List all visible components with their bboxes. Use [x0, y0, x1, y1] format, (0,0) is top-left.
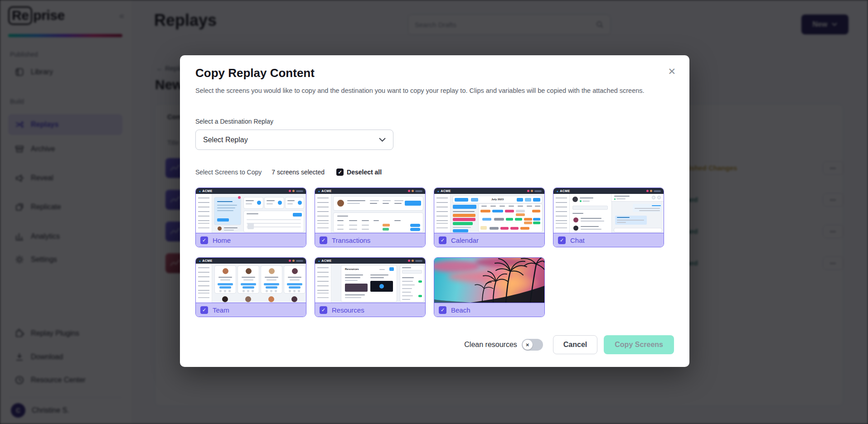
screens-label: Select Screens to Copy [195, 169, 262, 176]
deselect-all-label: Deselect all [347, 169, 382, 176]
screen-footer: ✓ Calendar [434, 233, 544, 247]
screen-card-calendar[interactable]: ▲ACME July 2023 [434, 188, 545, 247]
thumb-sidebar [553, 194, 570, 233]
thumb-content: Resources [331, 264, 425, 303]
copy-replay-modal: ✕ Copy Replay Content Select the screens… [180, 55, 689, 367]
screen-thumbnail-home: ▲ACME [196, 188, 306, 233]
check-icon: ✓ [338, 170, 342, 175]
select-value: Select Replay [203, 136, 248, 144]
toggle-knob: ✕ [523, 340, 533, 350]
screen-name: Calendar [451, 236, 479, 244]
cancel-button[interactable]: Cancel [553, 335, 597, 354]
check-icon: ✓ [441, 308, 445, 313]
deselect-all-checkbox[interactable]: ✓ [336, 169, 344, 176]
screen-checkbox[interactable]: ✓ [558, 236, 566, 244]
check-icon: ✓ [560, 238, 564, 243]
thumb-sidebar [434, 194, 451, 233]
thumb-content [570, 194, 664, 233]
thumb-sidebar [315, 264, 331, 303]
close-icon[interactable]: ✕ [668, 66, 676, 77]
chevron-down-icon [379, 138, 386, 142]
screen-checkbox[interactable]: ✓ [320, 236, 327, 244]
screen-checkbox[interactable]: ✓ [439, 306, 446, 314]
check-icon: ✓ [321, 238, 325, 243]
thumb-topbar: ▲ACME [434, 188, 544, 194]
screens-grid: ▲ACME [195, 188, 669, 317]
resources-heading: Resources [345, 268, 359, 270]
palm-trees-silhouette [434, 258, 544, 303]
screen-card-home[interactable]: ▲ACME [195, 188, 306, 247]
screen-name: Beach [451, 306, 470, 314]
screen-thumbnail-resources: ▲ACME Resources [315, 258, 425, 303]
screen-checkbox[interactable]: ✓ [320, 306, 327, 314]
screen-thumbnail-team: ▲ACME [196, 258, 306, 303]
screen-card-chat[interactable]: ▲ACME [553, 188, 664, 247]
screen-checkbox[interactable]: ✓ [200, 306, 208, 314]
screen-card-transactions[interactable]: ▲ACME [315, 188, 426, 247]
destination-label: Select a Destination Replay [195, 118, 273, 125]
selected-count: 7 screens selected [272, 169, 325, 176]
check-icon: ✓ [441, 238, 445, 243]
screen-name: Resources [332, 306, 364, 314]
check-icon: ✓ [202, 238, 206, 243]
clean-resources-label: Clean resources [464, 341, 517, 349]
thumb-topbar: ▲ACME [315, 258, 425, 264]
thumb-content [212, 194, 306, 233]
screen-footer: ✓ Home [196, 233, 306, 247]
screen-footer: ✓ Resources [315, 303, 425, 317]
copy-screens-button[interactable]: Copy Screens [604, 335, 674, 354]
thumb-topbar: ▲ACME [196, 188, 306, 194]
screen-checkbox[interactable]: ✓ [439, 236, 446, 244]
clean-resources-toggle[interactable]: ✕ [522, 339, 543, 351]
screen-card-resources[interactable]: ▲ACME Resources [315, 257, 426, 317]
thumb-topbar: ▲ACME [196, 258, 306, 264]
screen-thumbnail-calendar: ▲ACME July 2023 [434, 188, 544, 233]
thumb-topbar: ▲ACME [315, 188, 425, 194]
screen-thumbnail-chat: ▲ACME [553, 188, 664, 233]
screen-footer: ✓ Chat [553, 233, 664, 247]
modal-title: Copy Replay Content [195, 66, 315, 80]
screen-footer: ✓ Beach [434, 303, 544, 317]
screen-checkbox[interactable]: ✓ [200, 236, 208, 244]
screen-name: Chat [570, 236, 585, 244]
thumb-content [331, 194, 425, 233]
thumb-content: July 2023 [451, 194, 544, 233]
beach-photo [434, 258, 544, 303]
thumb-sidebar [315, 194, 331, 233]
screen-name: Home [213, 236, 231, 244]
screen-card-beach[interactable]: ✓ Beach [434, 257, 545, 317]
check-icon: ✓ [321, 308, 325, 313]
screen-name: Transactions [332, 236, 370, 244]
check-icon: ✓ [202, 308, 206, 313]
destination-select[interactable]: Select Replay [195, 130, 393, 150]
thumb-sidebar [196, 264, 212, 303]
thumb-content [212, 264, 306, 303]
screen-card-team[interactable]: ▲ACME ✓ Team [195, 257, 306, 317]
thumb-topbar: ▲ACME [553, 188, 664, 194]
toggle-off-icon: ✕ [526, 342, 529, 347]
screen-footer: ✓ Transactions [315, 233, 425, 247]
screen-footer: ✓ Team [196, 303, 306, 317]
thumb-sidebar [196, 194, 212, 233]
screen-thumbnail-beach [434, 258, 544, 303]
screen-thumbnail-transactions: ▲ACME [315, 188, 425, 233]
screen-name: Team [213, 306, 229, 314]
deselect-all-control[interactable]: ✓ Deselect all [336, 169, 382, 176]
modal-description: Select the screens you would like to cop… [195, 87, 662, 94]
